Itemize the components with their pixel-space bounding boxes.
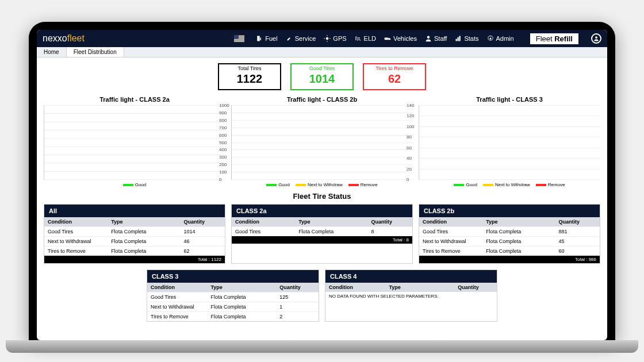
chart-class3: Traffic light - CLASS 302040608010012014…	[419, 96, 600, 187]
fleet-tire-status-title: Fleet Tire Status	[44, 192, 600, 201]
table-row: Next to WithdrawalFlota Completa45	[419, 236, 600, 246]
chart-class2a: Traffic light - CLASS 2a0123456789Good	[44, 96, 225, 187]
nav-stats-label: Stats	[464, 35, 478, 42]
table-columns: ConditionTypeQuantity	[325, 283, 497, 292]
svg-point-9	[595, 36, 597, 38]
table-title: CLASS 4	[325, 270, 497, 283]
nav-eld[interactable]: ELD	[355, 35, 376, 42]
chart-plot: 020406080100120140	[419, 105, 600, 180]
legend-item: Good	[266, 182, 290, 187]
screen: nexxofleet Fuel Service GPS ELD Vehicles…	[37, 30, 607, 340]
eld-icon	[355, 35, 362, 42]
chart-plot: 0123456789	[44, 105, 225, 180]
table-title: CLASS 2b	[419, 205, 600, 217]
table-class3: CLASS 3ConditionTypeQuantityGood TiresFl…	[147, 269, 319, 322]
nav-stats[interactable]: Stats	[455, 35, 478, 42]
nav-fuel[interactable]: Fuel	[256, 35, 277, 42]
nav-vehicles-label: Vehicles	[393, 35, 417, 42]
kpi-total-value: 1122	[219, 72, 280, 86]
legend-item: Remove	[536, 182, 565, 187]
nav-staff-label: Staff	[434, 35, 447, 42]
nav-service[interactable]: Service	[286, 35, 316, 42]
kpi-row: Total Tires 1122 Good Tires 1014 Tires t…	[44, 63, 600, 90]
table-total: Total : 1122	[44, 256, 225, 263]
table-row: Good TiresFlota Completa125	[147, 292, 319, 302]
flag-icon[interactable]	[234, 35, 244, 42]
nav-admin-label: Admin	[496, 35, 514, 42]
legend-item: Next to Withdraw	[483, 182, 530, 187]
chart-plot: 01002003004005006007008009001000	[231, 105, 413, 180]
table-columns: ConditionTypeQuantity	[232, 217, 412, 226]
kpi-total-label: Total Tires	[219, 66, 280, 71]
svg-point-4	[427, 36, 430, 39]
chart-class2b: Traffic light - CLASS 2b0100200300400500…	[231, 96, 413, 187]
chart-title: Traffic light - CLASS 2a	[44, 96, 225, 103]
wrench-icon	[286, 35, 293, 42]
truck-icon	[384, 35, 391, 42]
nav-gps[interactable]: GPS	[324, 35, 346, 42]
content-area: Total Tires 1122 Good Tires 1014 Tires t…	[37, 57, 607, 339]
svg-point-8	[489, 38, 491, 40]
table-columns: ConditionTypeQuantity	[44, 217, 225, 226]
chart-legend: GoodNext to WithdrawRemove	[231, 182, 413, 187]
gps-icon	[324, 35, 331, 42]
table-row: Next to WithdrawalFlota Completa1	[147, 302, 319, 311]
kpi-remove-tires: Tires to Remove 62	[363, 63, 426, 90]
chart-legend: GoodNext to WithdrawRemove	[419, 182, 600, 187]
table-title: All	[44, 205, 225, 217]
tabstrip: Home Fleet Distribution	[37, 47, 607, 57]
chart-title: Traffic light - CLASS 3	[419, 96, 600, 103]
table-row: Good TiresFlota Completa881	[419, 226, 600, 236]
tab-home[interactable]: Home	[37, 47, 67, 57]
fleet-refill-button[interactable]: Fleet Refill	[530, 33, 578, 44]
table-row: Next to WithdrawalFlota Completa46	[44, 236, 225, 246]
fuel-icon	[256, 35, 263, 42]
brand-part1: nexxo	[43, 33, 67, 43]
table-class2b: CLASS 2bConditionTypeQuantityGood TiresF…	[419, 204, 600, 264]
topbar: nexxofleet Fuel Service GPS ELD Vehicles…	[37, 30, 607, 47]
nav-admin[interactable]: Admin	[487, 35, 514, 42]
table-title: CLASS 3	[147, 270, 319, 283]
table-columns: ConditionTypeQuantity	[419, 217, 600, 226]
nav-gps-label: GPS	[333, 35, 346, 42]
table-class4: CLASS 4ConditionTypeQuantityNO DATA FOUN…	[325, 269, 497, 322]
svg-rect-6	[458, 37, 459, 41]
kpi-remove-label: Tires to Remove	[364, 66, 425, 71]
refill-part2: Refill	[554, 34, 573, 43]
table-all: AllConditionTypeQuantityGood TiresFlota …	[44, 204, 225, 264]
legend-item: Next to Withdraw	[296, 182, 343, 187]
brand-logo: nexxofleet	[43, 33, 85, 44]
table-columns: ConditionTypeQuantity	[147, 283, 319, 292]
stats-icon	[455, 35, 462, 42]
tab-fleet-distribution[interactable]: Fleet Distribution	[67, 47, 124, 57]
nav-eld-label: ELD	[364, 35, 376, 42]
svg-rect-7	[459, 36, 461, 41]
nav-vehicles[interactable]: Vehicles	[384, 35, 417, 42]
svg-rect-0	[258, 36, 260, 41]
brand-part2: fleet	[67, 33, 85, 43]
nav-fuel-label: Fuel	[265, 35, 277, 42]
table-row: Tires to RemoveFlota Completa62	[44, 246, 225, 256]
tables-row-2: CLASS 3ConditionTypeQuantityGood TiresFl…	[44, 269, 600, 322]
gear-icon	[487, 35, 494, 42]
chart-legend: Good	[44, 182, 225, 187]
nav-staff[interactable]: Staff	[425, 35, 447, 42]
table-title: CLASS 2a	[232, 205, 412, 217]
user-avatar-icon[interactable]	[591, 33, 601, 44]
laptop-frame: nexxofleet Fuel Service GPS ELD Vehicles…	[29, 22, 615, 340]
legend-item: Good	[454, 182, 477, 187]
svg-rect-3	[385, 38, 388, 40]
main-nav: Fuel Service GPS ELD Vehicles Staff Stat…	[234, 33, 601, 44]
legend-item: Remove	[348, 182, 378, 187]
kpi-good-tires: Good Tires 1014	[290, 63, 354, 90]
kpi-total-tires: Total Tires 1122	[218, 63, 281, 90]
charts-row: Traffic light - CLASS 2a0123456789Good T…	[44, 96, 600, 187]
svg-rect-5	[456, 39, 457, 41]
svg-rect-1	[260, 38, 262, 41]
kpi-remove-value: 62	[364, 72, 425, 86]
svg-point-2	[326, 37, 329, 40]
table-row: Good TiresFlota Completa8	[232, 226, 412, 236]
chart-title: Traffic light - CLASS 2b	[231, 96, 413, 103]
nav-service-label: Service	[295, 35, 316, 42]
table-row: Good TiresFlota Completa1014	[44, 226, 225, 236]
